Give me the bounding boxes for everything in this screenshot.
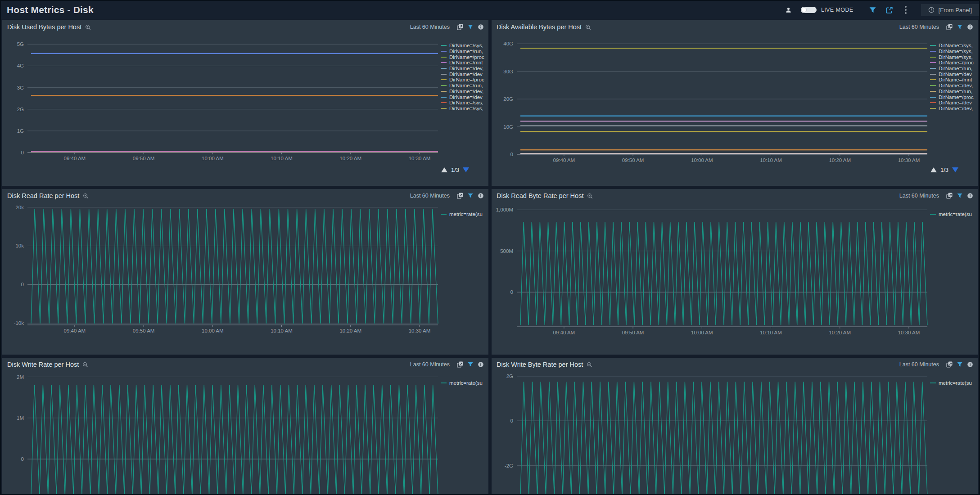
info-icon[interactable] bbox=[478, 24, 484, 30]
svg-text:10:30 AM: 10:30 AM bbox=[409, 156, 431, 161]
open-in-new-icon[interactable] bbox=[946, 361, 953, 368]
filter-icon[interactable] bbox=[869, 6, 876, 14]
legend-item[interactable]: DirName=/dev, bbox=[930, 106, 977, 112]
panel-actions bbox=[457, 193, 484, 199]
info-icon[interactable] bbox=[967, 24, 973, 30]
legend-item[interactable]: DirName=/dev bbox=[441, 71, 488, 77]
legend-swatch bbox=[930, 79, 936, 80]
chart-disk-write-byte-rate[interactable]: -2G02G09:40 AM09:50 AM10:00 AM10:10 AM10… bbox=[492, 371, 930, 495]
legend-swatch bbox=[441, 68, 447, 69]
magnifier-icon[interactable] bbox=[83, 193, 89, 199]
info-icon[interactable] bbox=[478, 193, 484, 199]
legend-item[interactable]: DirName=/run, bbox=[930, 66, 977, 72]
legend-item[interactable]: DirName=/dev bbox=[930, 71, 977, 77]
open-in-new-icon[interactable] bbox=[457, 361, 463, 368]
filter-icon[interactable] bbox=[957, 193, 963, 199]
panel-time-range: Last 60 Minutes bbox=[410, 361, 450, 368]
legend-item[interactable]: DirName=/dev bbox=[930, 100, 977, 106]
open-in-new-icon[interactable] bbox=[946, 24, 953, 30]
svg-text:0: 0 bbox=[510, 418, 513, 423]
panel-actions bbox=[457, 24, 484, 30]
svg-text:09:50 AM: 09:50 AM bbox=[133, 328, 155, 333]
page-up-icon[interactable] bbox=[441, 167, 447, 172]
svg-text:10:10 AM: 10:10 AM bbox=[271, 156, 293, 161]
legend-item[interactable]: metric=rate(su bbox=[441, 380, 488, 386]
legend-item[interactable]: DirName=/sys, bbox=[441, 100, 488, 106]
panel-disk-available-bytes: Disk Available Bytes per Host Last 60 Mi… bbox=[492, 20, 978, 186]
legend-item[interactable]: DirName=/dev bbox=[441, 94, 488, 100]
legend-item[interactable]: metric=rate(su bbox=[930, 380, 977, 386]
panel-title: Disk Write Byte Rate per Host bbox=[497, 361, 583, 368]
filter-icon[interactable] bbox=[467, 24, 474, 30]
chart-disk-read-byte-rate[interactable]: 0500M1,000M09:40 AM09:50 AM10:00 AM10:10… bbox=[492, 202, 930, 355]
open-in-new-icon[interactable] bbox=[946, 193, 953, 199]
magnifier-icon[interactable] bbox=[587, 193, 593, 199]
svg-text:10:20 AM: 10:20 AM bbox=[829, 158, 851, 163]
legend-swatch bbox=[441, 214, 447, 215]
page-down-icon[interactable] bbox=[463, 167, 469, 172]
filter-icon[interactable] bbox=[957, 24, 963, 30]
magnifier-icon[interactable] bbox=[587, 362, 592, 368]
svg-text:10:20 AM: 10:20 AM bbox=[339, 328, 361, 333]
legend-item[interactable]: DirName=/proc bbox=[441, 54, 488, 60]
share-icon[interactable] bbox=[885, 6, 893, 14]
svg-text:10:30 AM: 10:30 AM bbox=[898, 330, 920, 335]
legend-item[interactable]: DirName=/proc bbox=[930, 60, 977, 66]
legend-label: DirName=/run, bbox=[449, 83, 483, 88]
legend-item[interactable]: DirName=/run, bbox=[441, 83, 488, 89]
legend-item[interactable]: DirName=/sys, bbox=[930, 49, 977, 54]
time-range-selector[interactable]: [From Panel] bbox=[921, 4, 979, 16]
svg-text:09:50 AM: 09:50 AM bbox=[622, 330, 644, 335]
legend-item[interactable]: DirName=/mnt bbox=[441, 60, 488, 66]
info-icon[interactable] bbox=[967, 361, 973, 368]
legend-item[interactable]: DirName=/sys, bbox=[441, 43, 488, 49]
info-icon[interactable] bbox=[478, 361, 484, 368]
legend-item[interactable]: DirName=/dev, bbox=[441, 66, 488, 72]
legend-item[interactable]: metric=rate(su bbox=[930, 212, 977, 217]
legend-item[interactable]: DirName=/run, bbox=[930, 89, 977, 94]
panel-actions bbox=[457, 361, 484, 368]
page-down-icon[interactable] bbox=[952, 167, 958, 172]
filter-icon[interactable] bbox=[957, 361, 963, 368]
page-up-icon[interactable] bbox=[930, 167, 937, 172]
chart-disk-available-bytes[interactable]: 010G20G30G40G09:40 AM09:50 AM10:00 AM10:… bbox=[492, 34, 930, 186]
legend-label: DirName=/dev, bbox=[449, 89, 483, 94]
panel-title: Disk Read Byte Rate per Host bbox=[497, 192, 583, 199]
clock-icon bbox=[928, 7, 935, 13]
chart-disk-used-bytes[interactable]: 01G2G3G4G5G09:40 AM09:50 AM10:00 AM10:10… bbox=[2, 34, 441, 186]
open-in-new-icon[interactable] bbox=[457, 24, 463, 30]
legend-item[interactable]: DirName=/proc bbox=[441, 77, 488, 83]
chart-disk-read-rate[interactable]: -10k010k20k09:40 AM09:50 AM10:00 AM10:10… bbox=[2, 202, 441, 355]
filter-icon[interactable] bbox=[467, 361, 474, 368]
legend-label: metric=rate(su bbox=[939, 380, 972, 386]
magnifier-icon[interactable] bbox=[82, 362, 88, 368]
legend-item[interactable]: metric=rate(su bbox=[441, 212, 488, 217]
more-menu-icon[interactable] bbox=[902, 5, 909, 15]
svg-text:0: 0 bbox=[21, 150, 24, 155]
magnifier-icon[interactable] bbox=[85, 24, 91, 30]
svg-text:10k: 10k bbox=[15, 243, 24, 248]
legend-label: DirName=/dev bbox=[939, 72, 972, 77]
panel-title: Disk Used Bytes per Host bbox=[7, 23, 81, 31]
legend-item[interactable]: DirName=/sys, bbox=[441, 106, 488, 112]
legend-pagination: 1/3 bbox=[441, 166, 488, 173]
legend-item[interactable]: DirName=/sys, bbox=[930, 43, 977, 49]
chart-legend: metric=rate(su bbox=[930, 371, 978, 495]
live-mode-toggle[interactable] bbox=[801, 7, 817, 13]
user-icon[interactable] bbox=[785, 7, 792, 14]
legend-item[interactable]: DirName=/dev, bbox=[930, 83, 977, 89]
legend-item[interactable]: DirName=/sys, bbox=[930, 54, 977, 60]
chart-disk-write-rate[interactable]: 01M2M09:40 AM09:50 AM10:00 AM10:10 AM10:… bbox=[2, 371, 441, 495]
legend-label: DirName=/dev bbox=[449, 72, 483, 77]
legend-item[interactable]: DirName=/proc bbox=[930, 94, 977, 100]
svg-text:10:10 AM: 10:10 AM bbox=[760, 158, 782, 163]
info-icon[interactable] bbox=[967, 193, 973, 199]
filter-icon[interactable] bbox=[467, 193, 474, 199]
open-in-new-icon[interactable] bbox=[457, 193, 463, 199]
magnifier-icon[interactable] bbox=[585, 24, 591, 30]
legend-item[interactable]: DirName=/run, bbox=[441, 49, 488, 54]
legend-item[interactable]: DirName=/dev, bbox=[441, 89, 488, 94]
legend-item[interactable]: DirName=/mnt bbox=[930, 77, 977, 83]
legend-label: DirName=/dev bbox=[939, 100, 972, 105]
svg-text:1G: 1G bbox=[17, 128, 24, 134]
